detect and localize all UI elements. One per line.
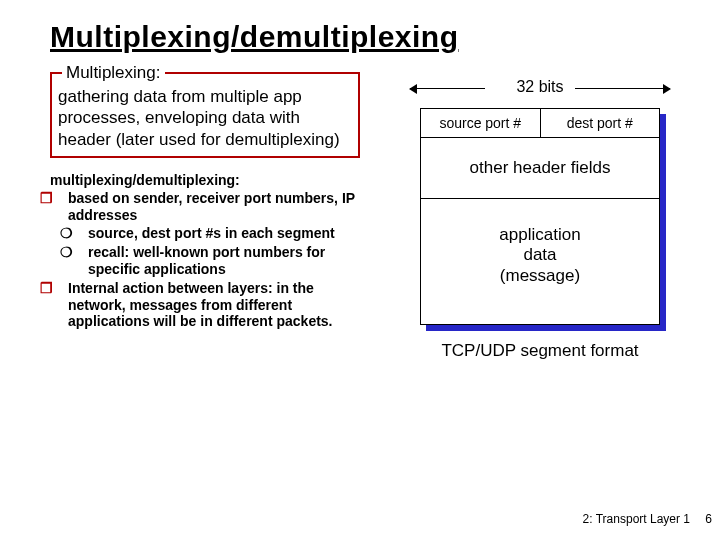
diagram-caption: TCP/UDP segment format bbox=[410, 341, 670, 361]
bullet-1-1-text: source, dest port #s in each segment bbox=[88, 225, 335, 241]
segment-diagram: 32 bits source port # dest port # other … bbox=[410, 78, 670, 361]
bullet-1: ❒based on sender, receiver port numbers,… bbox=[68, 190, 360, 224]
page-number: 6 bbox=[694, 512, 712, 526]
list-heading: multiplexing/demultiplexing: bbox=[50, 172, 360, 188]
footer-text: 2: Transport Layer 1 bbox=[583, 512, 690, 526]
right-column: 32 bits source port # dest port # other … bbox=[360, 72, 680, 361]
bullet-1-2-text: recall: well-known port numbers for spec… bbox=[88, 244, 325, 277]
bullet-1-1: ❍source, dest port #s in each segment bbox=[88, 225, 360, 242]
other-header-fields: other header fields bbox=[421, 138, 659, 199]
defbox-legend: Multiplexing: bbox=[62, 62, 165, 83]
bits-width-row: 32 bits bbox=[410, 78, 670, 104]
defbox-body: gathering data from multiple app process… bbox=[58, 86, 352, 150]
multiplexing-definition-box: Multiplexing: gathering data from multip… bbox=[50, 72, 360, 158]
source-port-cell: source port # bbox=[421, 109, 541, 137]
slide-title: Multiplexing/demultiplexing bbox=[50, 20, 680, 54]
dest-port-cell: dest port # bbox=[541, 109, 660, 137]
bullet-1-text: based on sender, receiver port numbers, … bbox=[68, 190, 355, 223]
left-column: Multiplexing: gathering data from multip… bbox=[50, 72, 360, 332]
bits-label: 32 bits bbox=[516, 78, 563, 96]
application-data-cell: applicationdata(message) bbox=[421, 199, 659, 324]
bullet-2: ❒Internal action between layers: in the … bbox=[68, 280, 360, 330]
port-row: source port # dest port # bbox=[421, 109, 659, 138]
bullet-2-text: Internal action between layers: in the n… bbox=[68, 280, 333, 330]
bullet-1-2: ❍recall: well-known port numbers for spe… bbox=[88, 244, 360, 278]
